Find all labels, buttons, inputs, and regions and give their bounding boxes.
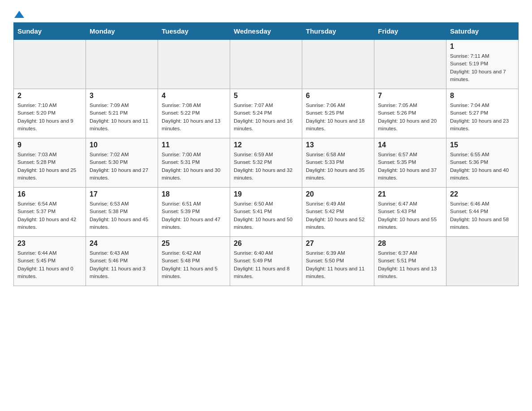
- calendar-cell: 24Sunrise: 6:43 AMSunset: 5:46 PMDayligh…: [86, 237, 158, 286]
- day-number: 15: [450, 141, 515, 149]
- day-number: 5: [234, 92, 298, 100]
- day-info: Sunrise: 6:47 AMSunset: 5:43 PMDaylight:…: [378, 200, 442, 231]
- calendar-week-4: 16Sunrise: 6:54 AMSunset: 5:37 PMDayligh…: [14, 188, 519, 237]
- header-thursday: Thursday: [302, 23, 374, 40]
- calendar-cell: 13Sunrise: 6:58 AMSunset: 5:33 PMDayligh…: [302, 138, 374, 188]
- calendar-cell: 20Sunrise: 6:49 AMSunset: 5:42 PMDayligh…: [302, 188, 374, 237]
- calendar-cell: [374, 40, 446, 89]
- day-info: Sunrise: 7:06 AMSunset: 5:25 PMDaylight:…: [306, 102, 370, 133]
- calendar-cell: 18Sunrise: 6:51 AMSunset: 5:39 PMDayligh…: [158, 188, 230, 237]
- day-number: 18: [162, 190, 226, 198]
- calendar-week-1: 1Sunrise: 7:11 AMSunset: 5:19 PMDaylight…: [14, 40, 519, 89]
- day-info: Sunrise: 6:49 AMSunset: 5:42 PMDaylight:…: [306, 200, 370, 231]
- header-row: Sunday Monday Tuesday Wednesday Thursday…: [14, 23, 519, 40]
- day-number: 4: [162, 92, 226, 100]
- header-friday: Friday: [374, 23, 446, 40]
- day-info: Sunrise: 6:40 AMSunset: 5:49 PMDaylight:…: [234, 249, 298, 280]
- header-sunday: Sunday: [14, 23, 86, 40]
- calendar-cell: 26Sunrise: 6:40 AMSunset: 5:49 PMDayligh…: [230, 237, 302, 286]
- day-info: Sunrise: 6:57 AMSunset: 5:35 PMDaylight:…: [378, 151, 442, 182]
- calendar-body: 1Sunrise: 7:11 AMSunset: 5:19 PMDaylight…: [14, 40, 519, 286]
- day-number: 1: [450, 43, 515, 51]
- day-info: Sunrise: 7:11 AMSunset: 5:19 PMDaylight:…: [450, 52, 515, 83]
- day-number: 13: [306, 141, 370, 149]
- day-number: 28: [378, 240, 442, 248]
- day-number: 22: [450, 190, 515, 198]
- calendar-cell: 6Sunrise: 7:06 AMSunset: 5:25 PMDaylight…: [302, 89, 374, 138]
- logo-triangle-icon: [14, 10, 24, 20]
- day-info: Sunrise: 7:10 AMSunset: 5:20 PMDaylight:…: [17, 102, 82, 133]
- day-number: 21: [378, 190, 442, 198]
- calendar-cell: 5Sunrise: 7:07 AMSunset: 5:24 PMDaylight…: [230, 89, 302, 138]
- calendar-cell: [230, 40, 302, 89]
- calendar-cell: [86, 40, 158, 89]
- day-number: 25: [162, 240, 226, 248]
- calendar-cell: [14, 40, 86, 89]
- day-number: 2: [17, 92, 82, 100]
- calendar-cell: 3Sunrise: 7:09 AMSunset: 5:21 PMDaylight…: [86, 89, 158, 138]
- day-number: 20: [306, 190, 370, 198]
- day-info: Sunrise: 7:04 AMSunset: 5:27 PMDaylight:…: [450, 102, 515, 133]
- calendar-cell: 19Sunrise: 6:50 AMSunset: 5:41 PMDayligh…: [230, 188, 302, 237]
- day-number: 3: [90, 92, 154, 100]
- calendar-cell: [158, 40, 230, 89]
- day-info: Sunrise: 7:05 AMSunset: 5:26 PMDaylight:…: [378, 102, 442, 133]
- calendar-cell: 1Sunrise: 7:11 AMSunset: 5:19 PMDaylight…: [446, 40, 519, 89]
- calendar-cell: 8Sunrise: 7:04 AMSunset: 5:27 PMDaylight…: [446, 89, 519, 138]
- calendar-table: Sunday Monday Tuesday Wednesday Thursday…: [13, 22, 519, 286]
- day-number: 26: [234, 240, 298, 248]
- header-tuesday: Tuesday: [158, 23, 230, 40]
- svg-marker-0: [14, 11, 24, 18]
- calendar-cell: 25Sunrise: 6:42 AMSunset: 5:48 PMDayligh…: [158, 237, 230, 286]
- day-number: 10: [90, 141, 154, 149]
- day-number: 19: [234, 190, 298, 198]
- calendar-cell: 12Sunrise: 6:59 AMSunset: 5:32 PMDayligh…: [230, 138, 302, 188]
- calendar-cell: [446, 237, 519, 286]
- day-info: Sunrise: 6:53 AMSunset: 5:38 PMDaylight:…: [90, 200, 154, 231]
- calendar-cell: 11Sunrise: 7:00 AMSunset: 5:31 PMDayligh…: [158, 138, 230, 188]
- day-info: Sunrise: 7:02 AMSunset: 5:30 PMDaylight:…: [90, 151, 154, 182]
- day-number: 27: [306, 240, 370, 248]
- day-info: Sunrise: 6:50 AMSunset: 5:41 PMDaylight:…: [234, 200, 298, 231]
- day-info: Sunrise: 6:59 AMSunset: 5:32 PMDaylight:…: [234, 151, 298, 182]
- calendar-cell: 10Sunrise: 7:02 AMSunset: 5:30 PMDayligh…: [86, 138, 158, 188]
- header-wednesday: Wednesday: [230, 23, 302, 40]
- day-info: Sunrise: 7:00 AMSunset: 5:31 PMDaylight:…: [162, 151, 226, 182]
- calendar-header: Sunday Monday Tuesday Wednesday Thursday…: [14, 23, 519, 40]
- header-monday: Monday: [86, 23, 158, 40]
- calendar-cell: 16Sunrise: 6:54 AMSunset: 5:37 PMDayligh…: [14, 188, 86, 237]
- day-number: 14: [378, 141, 442, 149]
- logo: [13, 9, 24, 18]
- day-info: Sunrise: 7:07 AMSunset: 5:24 PMDaylight:…: [234, 102, 298, 133]
- day-number: 7: [378, 92, 442, 100]
- calendar-cell: 4Sunrise: 7:08 AMSunset: 5:22 PMDaylight…: [158, 89, 230, 138]
- calendar-cell: 23Sunrise: 6:44 AMSunset: 5:45 PMDayligh…: [14, 237, 86, 286]
- day-info: Sunrise: 6:37 AMSunset: 5:51 PMDaylight:…: [378, 249, 442, 280]
- day-info: Sunrise: 6:55 AMSunset: 5:36 PMDaylight:…: [450, 151, 515, 182]
- day-number: 9: [17, 141, 82, 149]
- day-info: Sunrise: 7:09 AMSunset: 5:21 PMDaylight:…: [90, 102, 154, 133]
- page-header: [13, 9, 519, 18]
- day-info: Sunrise: 6:42 AMSunset: 5:48 PMDaylight:…: [162, 249, 226, 280]
- calendar-cell: 21Sunrise: 6:47 AMSunset: 5:43 PMDayligh…: [374, 188, 446, 237]
- day-number: 16: [17, 190, 82, 198]
- calendar-cell: 22Sunrise: 6:46 AMSunset: 5:44 PMDayligh…: [446, 188, 519, 237]
- day-info: Sunrise: 6:58 AMSunset: 5:33 PMDaylight:…: [306, 151, 370, 182]
- calendar-cell: 15Sunrise: 6:55 AMSunset: 5:36 PMDayligh…: [446, 138, 519, 188]
- day-info: Sunrise: 7:03 AMSunset: 5:28 PMDaylight:…: [17, 151, 82, 182]
- day-number: 6: [306, 92, 370, 100]
- day-info: Sunrise: 6:46 AMSunset: 5:44 PMDaylight:…: [450, 200, 515, 231]
- day-info: Sunrise: 6:54 AMSunset: 5:37 PMDaylight:…: [17, 200, 82, 231]
- day-number: 24: [90, 240, 154, 248]
- calendar-cell: 14Sunrise: 6:57 AMSunset: 5:35 PMDayligh…: [374, 138, 446, 188]
- day-number: 23: [17, 240, 82, 248]
- header-saturday: Saturday: [446, 23, 519, 40]
- calendar-cell: [302, 40, 374, 89]
- day-info: Sunrise: 6:44 AMSunset: 5:45 PMDaylight:…: [17, 249, 82, 280]
- day-number: 12: [234, 141, 298, 149]
- day-info: Sunrise: 6:39 AMSunset: 5:50 PMDaylight:…: [306, 249, 370, 280]
- day-info: Sunrise: 6:51 AMSunset: 5:39 PMDaylight:…: [162, 200, 226, 231]
- day-number: 17: [90, 190, 154, 198]
- calendar-week-5: 23Sunrise: 6:44 AMSunset: 5:45 PMDayligh…: [14, 237, 519, 286]
- calendar-cell: 2Sunrise: 7:10 AMSunset: 5:20 PMDaylight…: [14, 89, 86, 138]
